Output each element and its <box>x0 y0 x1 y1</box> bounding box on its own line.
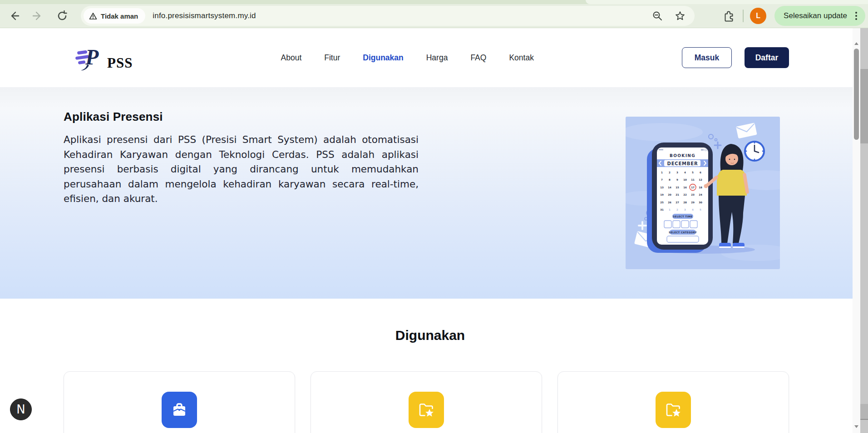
window-edge <box>860 28 868 433</box>
register-button[interactable]: Daftar <box>745 47 789 68</box>
svg-text:21: 21 <box>676 193 679 196</box>
folder-star-icon <box>665 402 682 418</box>
reload-button[interactable] <box>54 8 70 24</box>
svg-text:8: 8 <box>669 178 671 181</box>
site-header: P PSS About Fitur Digunakan Harga FAQ Ko… <box>0 28 860 87</box>
toolbar-separator <box>743 10 744 22</box>
svg-text:9: 9 <box>676 178 678 181</box>
usage-cards <box>64 371 789 433</box>
svg-text:24: 24 <box>699 193 702 196</box>
update-chrome-label: Selesaikan update <box>784 11 847 20</box>
zoom-out-icon[interactable] <box>652 10 663 21</box>
briefcase-icon <box>171 402 187 418</box>
security-chip-label: Tidak aman <box>101 12 138 20</box>
svg-text:23: 23 <box>691 193 695 196</box>
hero-section: Aplikasi Presensi Aplikasi presensi dari… <box>0 87 860 299</box>
svg-text:31: 31 <box>660 208 664 211</box>
forward-button[interactable] <box>30 8 45 24</box>
page-scrollbar[interactable] <box>853 28 860 433</box>
svg-text:4: 4 <box>692 208 694 211</box>
login-button[interactable]: Masuk <box>682 47 732 68</box>
booking-illustration: BOOKING DECEMBER 12345678910111213141516… <box>626 117 780 269</box>
svg-text:28: 28 <box>683 201 687 204</box>
select-category-button: SELECT CATEGORY <box>669 231 697 234</box>
forward-arrow-icon <box>32 10 44 22</box>
svg-text:7: 7 <box>661 178 663 181</box>
svg-text:26: 26 <box>668 201 671 204</box>
svg-text:2: 2 <box>676 208 678 211</box>
scroll-up-arrow[interactable] <box>853 41 859 47</box>
svg-text:5: 5 <box>692 171 694 174</box>
svg-text:30: 30 <box>699 201 702 204</box>
bookmark-star-icon[interactable] <box>675 10 686 21</box>
hero-title: Aplikasi Presensi <box>64 110 163 124</box>
svg-text:3: 3 <box>684 208 686 211</box>
svg-text:4: 4 <box>684 171 686 174</box>
folder-star-icon <box>418 402 435 418</box>
svg-text:5: 5 <box>700 208 701 211</box>
svg-text:3: 3 <box>676 171 678 174</box>
nav-kontak[interactable]: Kontak <box>509 53 533 63</box>
main-nav: About Fitur Digunakan Harga FAQ Kontak <box>133 53 682 63</box>
pss-logo-icon: P <box>75 44 104 71</box>
svg-text:29: 29 <box>691 201 695 204</box>
svg-text:1: 1 <box>661 171 663 174</box>
svg-text:13: 13 <box>660 186 664 189</box>
svg-text:16: 16 <box>683 186 687 189</box>
svg-text:19: 19 <box>660 193 664 196</box>
svg-text:1: 1 <box>669 208 671 211</box>
nav-harga[interactable]: Harga <box>426 53 448 63</box>
usage-card <box>64 371 295 433</box>
back-button[interactable] <box>6 8 22 24</box>
scrollbar-thumb[interactable] <box>854 49 859 140</box>
warning-triangle-icon <box>89 12 97 20</box>
address-bar[interactable]: Tidak aman info.presisismartsystem.my.id <box>81 6 695 26</box>
scroll-down-arrow[interactable] <box>853 423 859 429</box>
page-viewport: P PSS About Fitur Digunakan Harga FAQ Ko… <box>0 28 860 433</box>
back-arrow-icon <box>8 10 20 22</box>
url-text[interactable]: info.presisismartsystem.my.id <box>153 11 652 20</box>
select-time-button: SELECT TIME <box>673 215 692 218</box>
svg-text:2: 2 <box>669 171 671 174</box>
svg-text:17: 17 <box>691 186 695 189</box>
svg-text:14: 14 <box>668 186 671 189</box>
profile-avatar[interactable]: L <box>750 8 766 24</box>
svg-text:18: 18 <box>699 186 702 189</box>
hero-description: Aplikasi presensi dari PSS (Presisi Smar… <box>64 133 419 207</box>
nav-fitur[interactable]: Fitur <box>324 53 340 63</box>
nav-faq[interactable]: FAQ <box>470 53 486 63</box>
svg-text:22: 22 <box>683 193 687 196</box>
security-chip[interactable]: Tidak aman <box>84 8 145 24</box>
usage-card <box>557 371 789 433</box>
nextjs-dev-badge[interactable]: N <box>10 399 32 420</box>
nav-about[interactable]: About <box>281 53 302 63</box>
brand-logo[interactable]: P PSS <box>75 44 133 71</box>
svg-text:11: 11 <box>691 178 695 181</box>
screen: Tidak aman info.presisismartsystem.my.id… <box>0 0 868 433</box>
browser-toolbar: Tidak aman info.presisismartsystem.my.id… <box>0 0 868 28</box>
section-title: Digunakan <box>0 328 860 343</box>
booking-title: BOOKING <box>670 153 695 158</box>
svg-text:6: 6 <box>700 171 701 174</box>
nav-digunakan[interactable]: Digunakan <box>363 53 403 63</box>
reload-icon <box>56 10 68 22</box>
extensions-icon[interactable] <box>722 10 735 22</box>
svg-text:20: 20 <box>668 193 671 196</box>
brand-name: PSS <box>107 56 133 71</box>
usage-card <box>311 371 542 433</box>
clock-icon <box>745 142 764 161</box>
browser-menu-kebab-icon[interactable] <box>852 9 861 23</box>
calendar-month: DECEMBER <box>667 161 698 166</box>
svg-text:10: 10 <box>683 178 687 181</box>
svg-text:12: 12 <box>699 178 702 181</box>
svg-text:27: 27 <box>676 201 679 204</box>
update-chrome-button[interactable]: Selesaikan update <box>774 6 865 26</box>
svg-text:25: 25 <box>660 201 664 204</box>
svg-text:15: 15 <box>676 186 679 189</box>
